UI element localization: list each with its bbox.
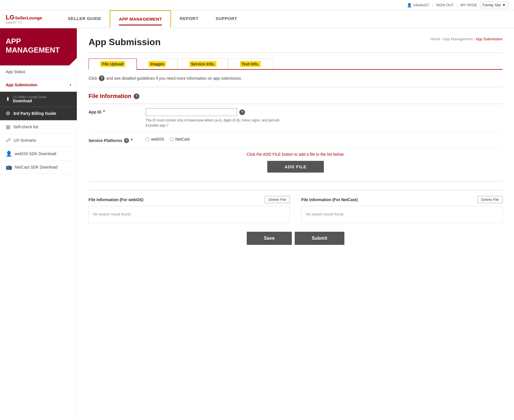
sidebar-ux-scenario[interactable]: ☍ UX Scenario bbox=[0, 134, 77, 147]
app-id-hint: The ID must consist only of lowercase le… bbox=[146, 118, 503, 128]
checklist-icon: ▦ bbox=[6, 124, 11, 130]
webos-radio[interactable] bbox=[146, 137, 149, 141]
sidebar-header: APP MANAGEMENT bbox=[0, 28, 77, 65]
logo-area[interactable]: LG SellerLounge SMART TV bbox=[6, 11, 42, 27]
click-label: Click bbox=[89, 76, 97, 81]
netcast-radio-option[interactable]: NetCast bbox=[170, 137, 190, 141]
nav-app-management[interactable]: APP MANAGEMENT bbox=[110, 10, 171, 28]
webos-no-results: No search result found. bbox=[89, 206, 290, 223]
nav-items: SELLER GUIDE APP MANAGEMENT REPORT SUPPO… bbox=[59, 10, 508, 28]
tab-service-info[interactable]: Service Info. bbox=[178, 59, 228, 69]
top-bar: 👤 mboles57 | SIGN OUT | MY PAGE Family S… bbox=[0, 0, 514, 10]
sidebar-billing-guide[interactable]: ⚙ 3rd Party Billing Guide bbox=[0, 107, 77, 120]
breadcrumb-sep2: › bbox=[474, 37, 476, 41]
service-platforms-row: Service Platforms ? * webOS NetCast bbox=[89, 133, 503, 148]
webos-label: webOS bbox=[151, 137, 164, 141]
webos-delete-file-button[interactable]: Delete File bbox=[265, 196, 290, 203]
file-info-columns: File Information (For webOS) Delete File… bbox=[89, 196, 503, 223]
sidebar-item-app-status[interactable]: App Status bbox=[0, 65, 77, 78]
divider-1: | bbox=[432, 3, 433, 7]
ux-icon: ☍ bbox=[6, 137, 11, 143]
sidebar: APP MANAGEMENT App Status App Submission… bbox=[0, 28, 77, 420]
section-help-icon[interactable]: ? bbox=[134, 93, 139, 99]
sidebar-self-check[interactable]: ▦ Self-check list bbox=[0, 120, 77, 134]
user-info: 👤 mboles57 bbox=[407, 3, 429, 7]
tab-file-upload[interactable]: File Upload bbox=[89, 59, 137, 70]
add-file-button[interactable]: ADD FILE bbox=[267, 161, 324, 173]
family-site-dropdown[interactable]: Family Site ▼ bbox=[480, 2, 508, 8]
netcast-no-results: No search result found. bbox=[301, 206, 503, 223]
nav-seller-guide[interactable]: SELLER GUIDE bbox=[59, 10, 110, 28]
sidebar-item-app-submission[interactable]: App Submission › bbox=[0, 78, 77, 92]
platforms-help-icon[interactable]: ? bbox=[124, 138, 129, 143]
divider-2: | bbox=[457, 3, 457, 7]
service-platforms-label: Service Platforms ? * bbox=[89, 137, 146, 143]
app-id-input-row: ? bbox=[146, 108, 503, 116]
app-id-label: App ID * bbox=[89, 108, 146, 115]
app-id-row: App ID * ? The ID must consist only of l… bbox=[89, 104, 503, 133]
chevron-right-icon: › bbox=[70, 82, 71, 87]
logo-text: SellerLounge bbox=[15, 15, 42, 20]
breadcrumb-management: App Management bbox=[443, 37, 473, 41]
info-help-icon[interactable]: ? bbox=[99, 75, 105, 81]
tab-file-upload-label: File Upload bbox=[100, 61, 125, 67]
tab-images-label: Images bbox=[148, 61, 166, 67]
mypage-link[interactable]: MY PAGE bbox=[461, 3, 477, 7]
webos-file-info-col: File Information (For webOS) Delete File… bbox=[89, 196, 290, 223]
section-divider bbox=[89, 87, 503, 87]
sidebar-webos-sdk[interactable]: 👤 webOS SDK Download bbox=[0, 147, 77, 161]
tab-images[interactable]: Images bbox=[137, 59, 177, 69]
gear-icon: ⚙ bbox=[6, 110, 10, 117]
main-layout: APP MANAGEMENT App Status App Submission… bbox=[0, 28, 514, 420]
chevron-down-icon: ▼ bbox=[502, 3, 506, 7]
app-id-help-icon[interactable]: ? bbox=[239, 109, 245, 115]
user-icon: 👤 bbox=[407, 3, 412, 7]
sidebar-netcast-sdk[interactable]: 📺 NetCast SDK Download bbox=[0, 161, 77, 174]
signout-link[interactable]: SIGN OUT bbox=[436, 3, 454, 7]
add-file-hint: Click the ADD FILE button to add a file … bbox=[89, 152, 503, 157]
info-description: and see detailed guidelines if you need … bbox=[106, 76, 242, 81]
logo-lg: LG bbox=[6, 14, 15, 21]
netcast-delete-file-button[interactable]: Delete File bbox=[477, 196, 503, 203]
tab-test-info[interactable]: Test Info. bbox=[228, 59, 272, 69]
webos-file-info-header: File Information (For webOS) Delete File bbox=[89, 196, 290, 203]
platforms-field: webOS NetCast bbox=[146, 137, 503, 141]
download-icon: ⬇ bbox=[6, 96, 10, 102]
netcast-label: NetCast bbox=[175, 137, 190, 141]
netcast-file-info-header: File Information (For NetCast) Delete Fi… bbox=[301, 196, 503, 203]
sidebar-lg-guide[interactable]: ⬇ LG Seller Lounge Guide Download bbox=[0, 92, 77, 107]
tab-bar: File Upload Images Service Info. Test In… bbox=[89, 59, 503, 70]
webos-file-info-title: File Information (For webOS) bbox=[89, 197, 143, 202]
sidebar-title: APP MANAGEMENT bbox=[6, 37, 71, 55]
radio-group: webOS NetCast bbox=[146, 137, 503, 141]
breadcrumb-current: App Submission bbox=[476, 37, 503, 41]
nav-active-underline bbox=[119, 25, 162, 25]
username: mboles57 bbox=[413, 3, 429, 7]
app-id-input[interactable] bbox=[146, 108, 237, 116]
breadcrumb: Home › App Management › App Submission bbox=[430, 37, 503, 41]
submit-button[interactable]: Submit bbox=[295, 232, 344, 245]
save-button[interactable]: Save bbox=[247, 232, 292, 245]
netcast-file-info-col: File Information (For NetCast) Delete Fi… bbox=[301, 196, 503, 223]
nav-support[interactable]: SUPPORT bbox=[207, 10, 246, 28]
file-info-section: File Information (For webOS) Delete File… bbox=[89, 190, 503, 223]
section-title: File Information ? bbox=[89, 93, 503, 99]
breadcrumb-home: Home bbox=[430, 37, 440, 41]
breadcrumb-sep1: › bbox=[441, 37, 443, 41]
app-id-required: * bbox=[103, 109, 105, 115]
title-divider bbox=[89, 53, 503, 53]
nav-report[interactable]: REPORT bbox=[171, 10, 207, 28]
netcast-radio[interactable] bbox=[170, 137, 174, 141]
tab-service-info-label: Service Info. bbox=[189, 61, 216, 67]
platforms-required: * bbox=[131, 138, 132, 143]
netcast-icon: 📺 bbox=[6, 164, 12, 170]
page-title: App Submission bbox=[89, 37, 160, 47]
webos-icon: 👤 bbox=[6, 151, 12, 157]
header-nav: LG SellerLounge SMART TV SELLER GUIDE AP… bbox=[0, 10, 514, 28]
family-site-label: Family Site bbox=[483, 3, 501, 7]
tab-test-info-label: Test Info. bbox=[240, 61, 261, 67]
section-title-text: File Information bbox=[89, 93, 131, 99]
netcast-file-info-title: File Information (For NetCast) bbox=[301, 197, 358, 202]
webos-radio-option[interactable]: webOS bbox=[146, 137, 164, 141]
file-info-divider bbox=[89, 181, 503, 181]
